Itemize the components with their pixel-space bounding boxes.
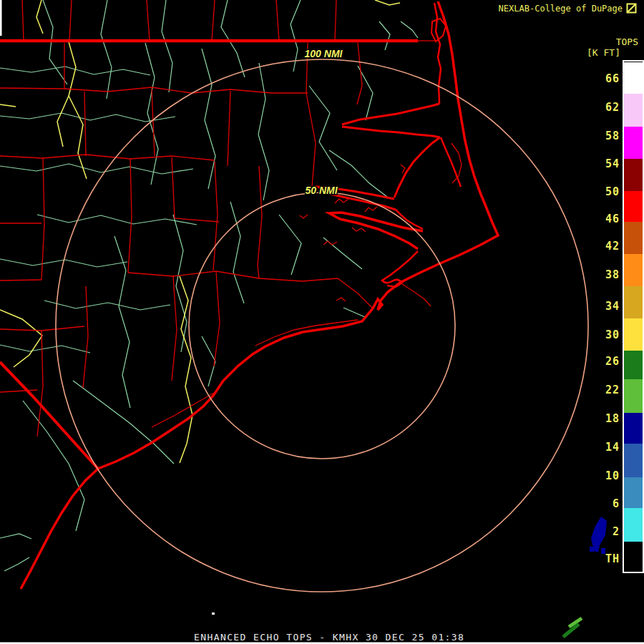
frame-left-segment	[0, 0, 2, 36]
croatan-sound	[441, 137, 461, 187]
range-ring-50-label: 50 NMI	[305, 185, 338, 196]
colorbar-segment-8	[624, 318, 643, 351]
range-ring-100-label: 100 NMI	[305, 48, 343, 59]
radar-map: 50 NMI 100 NMI	[0, 0, 644, 644]
colorbar-segment-12	[624, 444, 643, 477]
radar-display: 50 NMI 100 NMI NEXLAB-College of DuPage …	[0, 0, 644, 644]
coast-outer-banks	[21, 1, 498, 589]
red-boundary-layer	[0, 0, 462, 436]
albemarle-south	[342, 127, 440, 137]
echo-navy-bit-2	[601, 548, 605, 554]
colorbar-segment-15	[624, 542, 643, 570]
legend-units: [K FT]	[587, 47, 620, 58]
colorbar-segment-3	[624, 159, 643, 191]
attribution-text: NEXLAB-College of DuPage	[499, 4, 623, 14]
beaufort-shore	[382, 251, 418, 287]
coastline-layer	[21, 1, 498, 589]
colorbar-segment-10	[624, 379, 643, 413]
range-rings-layer: 50 NMI 100 NMI	[56, 48, 588, 592]
colorbar-segment-6	[624, 254, 643, 286]
frame-fleck	[212, 613, 215, 615]
echo-navy-bit-1	[590, 547, 594, 552]
range-ring-100nmi	[56, 59, 588, 592]
colorbar-segment-7	[624, 286, 643, 318]
colorbar-segment-1	[624, 94, 643, 127]
neuse-river	[329, 213, 423, 249]
pamlico-west-shore	[394, 137, 440, 197]
colorbar-segment-11	[624, 413, 643, 444]
colorbar-segment-13	[624, 477, 643, 508]
colorbar-segment-2	[624, 127, 643, 159]
colorbar-segment-4	[624, 191, 643, 222]
cod-logo-icon	[626, 3, 637, 14]
frame-border-layer	[0, 0, 644, 644]
albemarle-north	[342, 104, 439, 125]
nc-sc-border	[0, 362, 98, 469]
colorbar-segment-0	[624, 62, 643, 94]
county-lines-layer	[0, 0, 418, 571]
status-bar: ENHANCED ECHO TOPS - KMHX 30 DEC 25 01:3…	[194, 632, 464, 643]
colorbar-segment-5	[624, 222, 643, 254]
colorbar-segment-14	[624, 508, 643, 542]
range-ring-50nmi	[189, 192, 455, 459]
attribution-bar: NEXLAB-College of DuPage	[499, 3, 637, 14]
colorbar-segment-9	[624, 351, 643, 379]
highway-lines-layer	[0, 0, 400, 463]
legend-title: TOPS	[616, 37, 638, 47]
colorbar	[623, 60, 644, 573]
